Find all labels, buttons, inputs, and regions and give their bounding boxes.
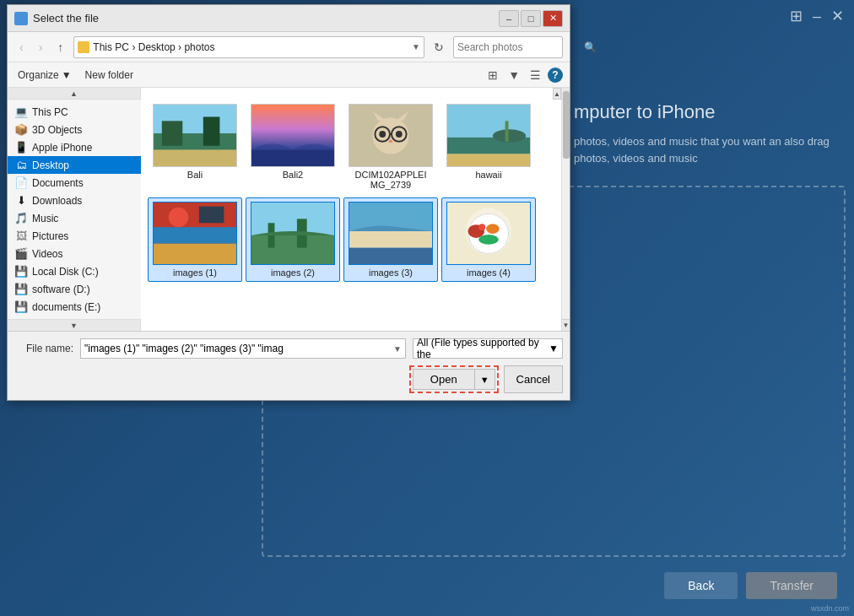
nav-back-button[interactable]: ‹ xyxy=(14,38,29,57)
minimize-button[interactable]: – xyxy=(499,10,519,27)
breadcrumb-photos[interactable]: photos xyxy=(184,41,214,53)
organize-button[interactable]: Organize ▼ xyxy=(14,68,75,83)
search-input[interactable] xyxy=(457,41,584,53)
svg-point-8 xyxy=(372,117,408,154)
file-item-bali[interactable]: Bali xyxy=(148,100,242,194)
organize-arrow-icon: ▼ xyxy=(62,69,72,81)
pc-icon: 💻 xyxy=(14,105,28,118)
search-icon[interactable]: 🔍 xyxy=(584,41,597,53)
breadcrumb-text: This PC › Desktop › photos xyxy=(93,41,408,53)
file-thumb-images4 xyxy=(446,202,531,265)
file-thumb-bali xyxy=(153,104,237,167)
sidebar-item-3d-objects[interactable]: 📦 3D Objects xyxy=(8,121,141,138)
grid-scroll-thumb[interactable] xyxy=(563,91,570,159)
breadcrumb-desktop[interactable]: Desktop xyxy=(138,41,176,53)
app-description: mputer to iPhone photos, videos and musi… xyxy=(574,101,837,166)
open-button-group: Open ▼ xyxy=(409,365,499,393)
svg-rect-27 xyxy=(199,207,224,224)
nav-forward-button[interactable]: › xyxy=(34,38,48,57)
sidebar-item-downloads[interactable]: ⬇ Downloads xyxy=(8,192,141,209)
watermark: wsxdn.com xyxy=(811,604,849,613)
new-folder-button[interactable]: New folder xyxy=(82,68,137,83)
file-label-hawaii: hawaii xyxy=(475,170,501,180)
breadcrumb-bar[interactable]: This PC › Desktop › photos ▼ xyxy=(73,36,424,58)
svg-point-13 xyxy=(396,131,403,138)
file-name-label: File name: xyxy=(14,343,73,354)
file-label-bali2: Bali2 xyxy=(283,170,303,180)
file-type-value: All (File types supported by the xyxy=(417,337,549,360)
sidebar-item-videos[interactable]: 🎬 Videos xyxy=(8,245,141,262)
sidebar-item-music[interactable]: 🎵 Music xyxy=(8,209,141,227)
file-item-images4[interactable]: images (4) xyxy=(441,197,536,282)
svg-rect-30 xyxy=(251,235,334,264)
back-button[interactable]: Back xyxy=(664,572,738,599)
sidebar-item-apple-iphone[interactable]: 📱 Apple iPhone xyxy=(8,138,141,156)
grid-scrollbar[interactable]: ▲ ▼ xyxy=(561,88,570,331)
grid-icon[interactable]: ⊞ xyxy=(790,7,803,25)
minimize-icon[interactable]: – xyxy=(813,8,821,25)
file-item-images3[interactable]: images (3) xyxy=(343,197,438,282)
svg-point-42 xyxy=(478,235,499,245)
breadcrumb-folder-icon xyxy=(78,41,89,53)
close-button[interactable]: ✕ xyxy=(543,10,563,27)
file-name-dropdown-icon[interactable]: ▼ xyxy=(393,344,402,354)
file-name-input[interactable]: "images (1)" "images (2)" "images (3)" "… xyxy=(80,338,406,359)
open-button[interactable]: Open xyxy=(413,369,474,390)
svg-point-43 xyxy=(478,224,485,230)
svg-point-12 xyxy=(379,131,386,138)
3d-objects-icon: 📦 xyxy=(14,123,28,136)
sidebar-label-music: Music xyxy=(32,213,58,224)
file-item-images2[interactable]: images (2) xyxy=(246,197,340,282)
sidebar-label-videos: Videos xyxy=(32,248,62,260)
close-app-icon[interactable]: ✕ xyxy=(831,7,844,25)
file-type-select[interactable]: All (File types supported by the ▼ xyxy=(413,338,563,359)
sidebar-item-documents[interactable]: 📄 Documents xyxy=(8,174,141,192)
dcim-thumbnail xyxy=(349,104,432,167)
downloads-icon: ⬇ xyxy=(14,194,28,207)
file-item-dcim[interactable]: DCIM102APPLEIMG_2739 xyxy=(343,100,438,194)
sidebar: 💻 This PC 📦 3D Objects 📱 Apple iPhone 🗂 … xyxy=(8,100,141,319)
maximize-button[interactable]: □ xyxy=(521,10,541,27)
file-thumb-images1 xyxy=(153,202,237,265)
sidebar-item-documents-e[interactable]: 💾 documents (E:) xyxy=(8,298,141,316)
file-name-row: File name: "images (1)" "images (2)" "im… xyxy=(14,338,563,359)
sidebar-scroll-up[interactable]: ▲ xyxy=(8,88,140,100)
pictures-icon: 🖼 xyxy=(14,230,28,242)
file-item-hawaii[interactable]: hawaii xyxy=(441,100,536,194)
sidebar-item-local-disk-c[interactable]: 💾 Local Disk (C:) xyxy=(8,262,141,280)
nav-up-button[interactable]: ↑ xyxy=(52,38,68,57)
dialog-titlebar: Select the file – □ ✕ xyxy=(8,5,570,32)
file-item-images1[interactable]: images (1) xyxy=(148,197,242,282)
button-row: Open ▼ Cancel xyxy=(14,365,563,393)
desktop-icon: 🗂 xyxy=(14,159,28,171)
svg-rect-36 xyxy=(349,248,432,265)
app-body-text: photos, videos and music that you want a… xyxy=(574,133,837,166)
sidebar-label-documents: Documents xyxy=(32,177,84,189)
transfer-button[interactable]: Transfer xyxy=(746,572,837,599)
breadcrumb-sep1: › xyxy=(132,41,138,53)
sidebar-item-desktop[interactable]: 🗂 Desktop xyxy=(8,156,141,174)
search-bar[interactable]: 🔍 xyxy=(453,36,563,58)
breadcrumb-dropdown-icon[interactable]: ▼ xyxy=(412,42,420,51)
local-disk-c-icon: 💾 xyxy=(14,265,28,278)
breadcrumb-this[interactable]: This PC xyxy=(93,41,129,53)
svg-rect-3 xyxy=(162,121,183,145)
documents-icon: 📄 xyxy=(14,176,28,189)
grid-scroll-up[interactable]: ▲ xyxy=(553,88,561,100)
file-thumb-images3 xyxy=(349,202,433,265)
help-button[interactable]: ? xyxy=(548,68,563,83)
sidebar-item-pictures[interactable]: 🖼 Pictures xyxy=(8,227,141,245)
sidebar-scroll-down[interactable]: ▼ xyxy=(8,319,140,331)
sidebar-item-this-pc[interactable]: 💻 This PC xyxy=(8,103,141,121)
file-item-bali2[interactable]: Bali2 xyxy=(246,100,340,194)
grid-scroll-down-arrow[interactable]: ▼ xyxy=(562,319,570,331)
refresh-button[interactable]: ↻ xyxy=(430,38,448,57)
view-dropdown-button[interactable]: ▼ xyxy=(505,66,523,84)
sidebar-item-software-d[interactable]: 💾 software (D:) xyxy=(8,280,141,298)
file-grid: Bali xyxy=(141,88,561,331)
pane-button[interactable]: ☰ xyxy=(527,66,544,84)
open-dropdown-button[interactable]: ▼ xyxy=(474,369,495,390)
view-button[interactable]: ⊞ xyxy=(484,66,501,84)
cancel-button[interactable]: Cancel xyxy=(504,365,563,393)
software-d-icon: 💾 xyxy=(14,283,28,295)
